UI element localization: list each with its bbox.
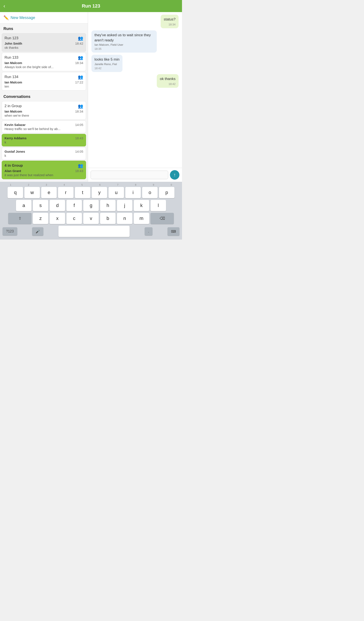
key-j[interactable]: j — [117, 200, 132, 211]
conversations-section-header: Conversations — [0, 91, 88, 100]
key-g[interactable]: g — [83, 200, 99, 211]
conv-4group-icon: 👥 — [78, 163, 83, 168]
left-panel: ✏️ New Message Runs Run 123 👥 John Smith… — [0, 12, 88, 182]
key-b[interactable]: b — [100, 213, 116, 224]
conv-2group-item[interactable]: 2 in Group 👥 Ian Malcom 18:34 when we're… — [2, 101, 86, 120]
keyboard-row-1: q w e r t y u i o p — [1, 187, 181, 198]
key-num-9: 9 — [145, 184, 161, 186]
message-3-sender: Janelle Reno, Fiel — [94, 63, 120, 66]
run-134-top: Run 134 👥 — [4, 74, 83, 80]
conv-4group-preview: it was just there but realized when — [4, 173, 83, 177]
conv-4group-bottom: Alan Grant 18:43 — [4, 169, 83, 173]
message-2-sender: Ian Malcom, Field User — [94, 43, 154, 46]
back-button[interactable]: ‹ — [3, 3, 5, 9]
key-r[interactable]: r — [58, 187, 73, 198]
key-n[interactable]: n — [117, 213, 132, 224]
key-e[interactable]: e — [41, 187, 57, 198]
run-123-group-icon: 👥 — [78, 35, 83, 41]
key-k[interactable]: k — [134, 200, 149, 211]
message-4-text: ok thanks — [160, 76, 175, 82]
key-v[interactable]: v — [83, 213, 99, 224]
conv-kerry-item[interactable]: Kerry Addams 18:43 k — [2, 134, 86, 146]
key-t[interactable]: t — [75, 187, 90, 198]
message-3-time: 18:42 — [94, 67, 120, 70]
run-123-item[interactable]: Run 123 👥 John Smith 18:42 ok thanks — [2, 33, 86, 52]
conv-2group-preview: when we're there — [4, 114, 83, 117]
conv-4group-item[interactable]: 4 in Group 👥 Alan Grant 18:43 it was jus… — [2, 161, 86, 179]
key-w[interactable]: w — [24, 187, 40, 198]
conv-2group-top: 2 in Group 👥 — [4, 104, 83, 109]
run-133-time: 18:34 — [75, 61, 83, 65]
key-l[interactable]: l — [151, 200, 166, 211]
conv-kevin-item[interactable]: Kevin Salazar 14:05 Heavy traffic so we'… — [2, 121, 86, 133]
send-button[interactable]: ↑ — [170, 170, 179, 180]
new-message-label: New Message — [11, 16, 35, 20]
backspace-key[interactable]: ⌫ — [151, 213, 174, 224]
run-134-item[interactable]: Run 134 👥 Ian Malcom 17:22 ten — [2, 72, 86, 91]
conv-kevin-time: 14:05 — [75, 123, 83, 127]
new-message-button[interactable]: ✏️ New Message — [0, 12, 88, 23]
run-123-title: Run 123 — [4, 36, 18, 40]
run-123-time: 18:42 — [75, 42, 83, 45]
key-m[interactable]: m — [134, 213, 149, 224]
keyboard-icon: ⌨ — [171, 230, 176, 233]
message-1-time: 18:34 — [164, 23, 175, 26]
conv-4group-title: 4 in Group — [4, 163, 23, 168]
chat-input-area: ↑ — [88, 168, 182, 182]
period-key[interactable]: . — [145, 227, 153, 236]
compose-icon: ✏️ — [3, 15, 9, 20]
run-134-sender: Ian Malcom — [4, 80, 22, 84]
chat-messages: status? 18:34 they've asked us to wait s… — [88, 12, 182, 168]
key-z[interactable]: z — [33, 213, 48, 224]
conv-kerry-row: Kerry Addams 18:43 — [4, 136, 83, 140]
key-num-0: 0 — [163, 184, 179, 186]
key-num-2: 2 — [20, 184, 37, 186]
conv-gustaf-item[interactable]: Gustaf Jones 14:05 k — [2, 147, 86, 160]
run-133-bottom: Ian Malcom 18:34 — [4, 61, 83, 65]
key-d[interactable]: d — [50, 200, 65, 211]
key-a[interactable]: a — [16, 200, 32, 211]
key-y[interactable]: y — [92, 187, 107, 198]
key-c[interactable]: c — [67, 213, 82, 224]
conv-gustaf-sender: Gustaf Jones — [4, 150, 25, 153]
keyboard-numbers-row: 1 2 3 4 5 6 7 8 9 0 — [1, 184, 181, 186]
key-num-5: 5 — [74, 184, 90, 186]
key-num-4: 4 — [56, 184, 72, 186]
key-s[interactable]: s — [33, 200, 48, 211]
run-133-sender: Ian Malcom — [4, 61, 22, 65]
message-4-time: 18:42 — [160, 82, 175, 86]
conv-2group-bottom: Ian Malcom 18:34 — [4, 109, 83, 113]
space-key[interactable] — [58, 226, 130, 237]
run-123-preview: ok thanks — [4, 46, 83, 49]
key-p[interactable]: p — [159, 187, 174, 198]
microphone-key[interactable]: 🎤 — [32, 227, 43, 236]
key-num-3: 3 — [38, 184, 54, 186]
right-panel: status? 18:34 they've asked us to wait s… — [88, 12, 182, 182]
message-3-text: looks like 5 min — [94, 57, 120, 62]
message-1: status? 18:34 — [161, 15, 178, 28]
microphone-icon: 🎤 — [35, 230, 40, 233]
key-i[interactable]: i — [125, 187, 141, 198]
key-x[interactable]: x — [50, 213, 65, 224]
chat-input[interactable] — [91, 171, 168, 179]
runs-section-header: Runs — [0, 23, 88, 32]
key-num-1: 1 — [2, 184, 19, 186]
key-h[interactable]: h — [100, 200, 116, 211]
key-o[interactable]: o — [142, 187, 158, 198]
header-title: Run 123 — [82, 3, 100, 9]
key-f[interactable]: f — [67, 200, 82, 211]
keyboard-switch-key[interactable]: ⌨ — [168, 227, 179, 236]
shift-key[interactable]: ⇧ — [8, 213, 32, 224]
key-q[interactable]: q — [8, 187, 23, 198]
key-u[interactable]: u — [108, 187, 124, 198]
run-133-top: Run 133 👥 — [4, 55, 83, 60]
conv-2group-sender: Ian Malcom — [4, 109, 22, 113]
message-4: ok thanks 18:42 — [157, 74, 178, 88]
conv-2group-title: 2 in Group — [4, 104, 22, 108]
run-133-item[interactable]: Run 133 👥 Ian Malcom 18:34 Always look o… — [2, 53, 86, 71]
send-icon: ↑ — [173, 172, 176, 177]
message-2: they've asked us to wait since they aren… — [91, 30, 157, 53]
numbers-switch-key[interactable]: ?123 — [2, 227, 17, 236]
run-134-bottom: Ian Malcom 17:22 — [4, 80, 83, 84]
key-num-7: 7 — [110, 184, 126, 186]
